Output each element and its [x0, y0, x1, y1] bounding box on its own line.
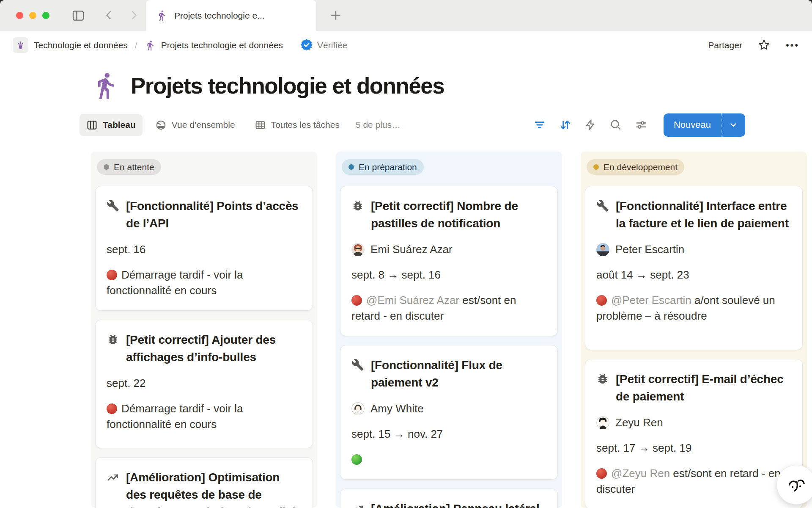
column-title: En développement [604, 162, 678, 172]
page-header: Projets technologie et données [91, 71, 812, 100]
card-title-text: [Petit correctif] Nombre de pastilles de… [371, 197, 546, 232]
chevron-down-icon [728, 120, 738, 130]
search-icon[interactable] [609, 119, 622, 131]
status-mention: @Peter Escartin [611, 294, 691, 306]
zoom-window-button[interactable] [42, 12, 49, 19]
card-assignee: Emi Suárez Azar [351, 242, 546, 257]
column-status-pill[interactable]: En préparation [342, 159, 424, 175]
verified-label: Vérifiée [317, 40, 347, 50]
red-circle-icon [596, 295, 607, 306]
column-en-attente: En attente [Fonctionnalité] Points d’acc… [91, 152, 317, 508]
avatar [596, 416, 609, 429]
green-circle-icon [351, 454, 362, 465]
card-title-text: [Fonctionnalité] Interface entre la fact… [616, 197, 791, 232]
card-title-text: [Fonctionnalité] Points d’accès de l’API [126, 197, 302, 232]
card-title-text: [Fonctionnalité] Flux de paiement v2 [371, 356, 546, 391]
card-date: sept. 8 → sept. 16 [351, 267, 546, 283]
more-options-button[interactable]: ••• [786, 40, 799, 51]
status-dot-icon [593, 164, 599, 170]
notion-ai-button[interactable] [776, 465, 812, 505]
card-status: @Emi Suárez Azar est/sont en retard - en… [351, 293, 546, 324]
settings-sliders-icon[interactable] [635, 119, 647, 131]
status-dot-icon [348, 164, 354, 170]
topbar-actions: Partager ••• [708, 39, 799, 52]
minimize-window-button[interactable] [29, 12, 36, 19]
card-status: @Zeyu Ren est/sont en retard - en discut… [596, 466, 791, 497]
status-text: Démarrage tardif - voir la fonctionnalit… [107, 402, 243, 431]
share-button[interactable]: Partager [708, 40, 742, 50]
verified-seal-icon [300, 39, 313, 52]
assignee-name: Amy White [370, 401, 424, 417]
column-title: En préparation [359, 162, 417, 172]
task-card[interactable]: [Petit correctif] Ajouter des affichages… [95, 320, 313, 448]
page-running-person-icon[interactable] [91, 71, 120, 100]
card-status: Démarrage tardif - voir la fonctionnalit… [107, 267, 302, 298]
chart-increasing-icon [351, 502, 364, 508]
more-views-button[interactable]: 5 de plus… [356, 120, 401, 130]
breadcrumb-page[interactable]: Projets technologie et données [161, 40, 283, 50]
tab-label: Toutes les tâches [271, 120, 340, 130]
bug-icon [596, 373, 609, 405]
card-status: @Peter Escartin a/ont soulevé un problèm… [596, 293, 791, 324]
browser-tab[interactable]: Projets technologie e... [146, 0, 316, 31]
status-mention: @Emi Suárez Azar [366, 294, 459, 306]
status-text: Démarrage tardif - voir la fonctionnalit… [107, 268, 243, 297]
sort-icon[interactable] [559, 119, 571, 131]
task-card[interactable]: [Fonctionnalité] Points d’accès de l’API… [95, 186, 313, 311]
teamspace-plant-icon[interactable] [13, 37, 28, 53]
bug-icon [351, 199, 364, 232]
favorite-star-icon[interactable] [757, 39, 771, 52]
column-status-pill[interactable]: En attente [97, 159, 161, 175]
task-card[interactable]: [Fonctionnalité] Flux de paiement v2 Amy… [340, 345, 558, 480]
avatar [351, 402, 365, 415]
tab-vue-densemble[interactable]: Vue d’ensemble [148, 114, 242, 136]
column-status-pill[interactable]: En développement [587, 159, 684, 175]
breadcrumb-separator: / [135, 40, 137, 50]
bug-icon [107, 333, 119, 366]
sidebar-toggle-icon[interactable] [71, 8, 85, 23]
view-bar: Tableau Vue d’ensemble Toutes les tâches… [80, 113, 745, 137]
titlebar: Projets technologie e... [0, 0, 812, 31]
task-card[interactable]: [Petit correctif] Nombre de pastilles de… [340, 186, 558, 336]
card-status [351, 452, 546, 467]
assignee-name: Emi Suárez Azar [370, 242, 453, 257]
new-tab-button[interactable] [329, 8, 343, 22]
wrench-icon [596, 199, 609, 232]
chart-increasing-icon [107, 471, 119, 508]
new-button[interactable]: Nouveau [664, 113, 721, 137]
breadcrumb-teamspace[interactable]: Technologie et données [34, 40, 128, 50]
lightning-icon[interactable] [584, 119, 597, 131]
task-card[interactable]: [Amélioration] Optimisation des requêtes… [95, 457, 313, 508]
red-circle-icon [596, 468, 607, 479]
card-title-text: [Petit correctif] E-mail d’échec de paie… [616, 370, 791, 405]
breadcrumb: Technologie et données / Projets technol… [13, 37, 347, 53]
card-date: sept. 15 → nov. 27 [351, 426, 546, 442]
board-view-icon [86, 119, 98, 131]
tab-toutes-les-taches[interactable]: Toutes les tâches [248, 114, 346, 136]
view-actions: Nouveau [533, 113, 745, 137]
nav-forward-icon[interactable] [127, 8, 140, 22]
page-title: Projets technologie et données [131, 73, 444, 99]
running-person-icon [145, 40, 156, 51]
running-person-icon [156, 10, 167, 21]
ai-face-icon [784, 472, 809, 497]
card-title-text: [Petit correctif] Ajouter des affichages… [126, 331, 302, 366]
nav-back-icon[interactable] [102, 8, 116, 22]
tab-tableau[interactable]: Tableau [80, 114, 143, 136]
close-window-button[interactable] [16, 12, 23, 19]
column-en-developpement: En développement [Fonctionnalité] Interf… [581, 152, 807, 508]
red-circle-icon [107, 403, 117, 414]
column-title: En attente [114, 162, 154, 172]
notion-window: Projets technologie e... Technologie et … [0, 0, 812, 508]
card-title-text: [Amélioration] Optimisation des requêtes… [126, 469, 302, 508]
traffic-lights [16, 12, 49, 19]
filter-icon[interactable] [533, 119, 546, 131]
task-card[interactable]: [Petit correctif] E-mail d’échec de paie… [585, 359, 803, 508]
task-card[interactable]: [Amélioration] Panneau latéral de factur… [340, 489, 558, 508]
task-card[interactable]: [Fonctionnalité] Interface entre la fact… [585, 186, 803, 350]
card-title-text: [Amélioration] Panneau latéral de factur… [371, 500, 546, 508]
new-button-dropdown[interactable] [721, 113, 745, 137]
verified-badge[interactable]: Vérifiée [300, 39, 347, 52]
card-assignee: Amy White [351, 401, 546, 417]
card-date: sept. 16 [107, 242, 302, 257]
